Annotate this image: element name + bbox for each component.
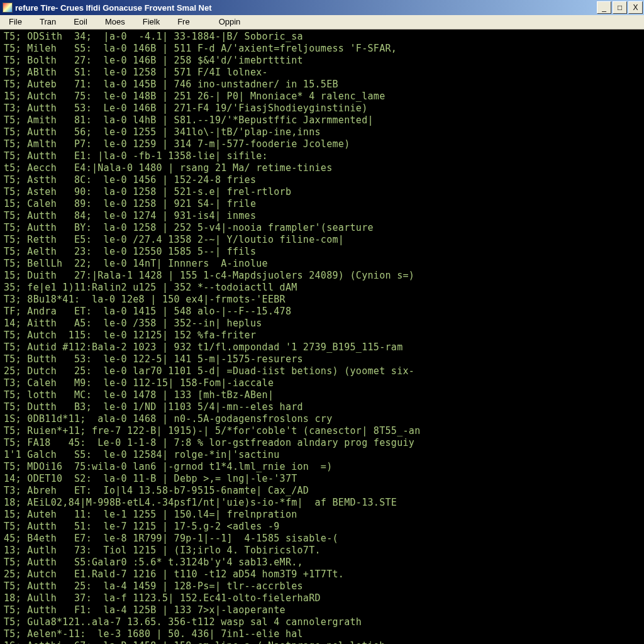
terminal-line: T5; Aelth 23: le-0 12550 1585 5--| ffils bbox=[4, 246, 640, 258]
terminal-line: T5; Autth BY: la-0 1258 | 252 5-v4|-nooi… bbox=[4, 222, 640, 234]
terminal-line: 13; Autlh 73: Tiol 1215 | (I3;irlo 4. To… bbox=[4, 545, 640, 557]
terminal-line: T5; Butth 53: le-0 122-5| 141 5-m|-1575-… bbox=[4, 353, 640, 365]
menu-oppin[interactable]: Oppin bbox=[210, 15, 250, 29]
terminal-output[interactable]: T5; ODSith 34; |a-0 -4.1| 33-1884-|B/ So… bbox=[0, 30, 644, 644]
maximize-button[interactable]: □ bbox=[613, 1, 627, 14]
menu-fre[interactable]: Fre bbox=[169, 15, 199, 29]
terminal-line: T5; Autth 25: la-4 1459 | 128-Ps=| tlr--… bbox=[4, 580, 640, 592]
menu-moes[interactable]: Moes bbox=[96, 15, 134, 29]
menu-eoil[interactable]: Eoil bbox=[65, 15, 96, 29]
terminal-line: T5; Auteb 71: la-0 145B | 746 ino-unstad… bbox=[4, 79, 640, 91]
terminal-line: TF; Andra ET: la-0 1415 | 548 alo-|--F--… bbox=[4, 306, 640, 318]
terminal-line: T5; Ruien*+11; fre-7 122-B| 1915)-| 5/*f… bbox=[4, 425, 640, 437]
terminal-line: T3; Caleh M9: le-0 112-15| 158-Fom|-iacc… bbox=[4, 377, 640, 389]
terminal-line: 14; ODET10 S2: la-0 11-B | Debp >,= lng|… bbox=[4, 473, 640, 485]
terminal-line: T3; Autth 53: Le-0 146B | 271-F4 19/'Fia… bbox=[4, 103, 640, 114]
terminal-line: t5; Aecch E4:|Nala-0 1480 | rsang 21 Ma/… bbox=[4, 162, 640, 174]
window-title: refure Tire- Crues Ifidi Gonacuse Froven… bbox=[15, 3, 597, 13]
terminal-line: 15; Auteh 11: le-1 1255 | 150.l4=| freln… bbox=[4, 509, 640, 521]
terminal-line: T5; Autth 84; le-0 1274 | 931-is4| inmes bbox=[4, 210, 640, 222]
terminal-line: 1S; 0DB11d*11; ala-0 1468 | n0-.5A-godag… bbox=[4, 413, 640, 425]
terminal-line: T5; Dutth B3; le-0 1/ND |1103 5/4|-mn--e… bbox=[4, 401, 640, 413]
terminal-line: 18; AEiL02,84|M-998B-etL4.-34psf1/nt|'ui… bbox=[4, 497, 640, 509]
terminal-line: T3; Abreh ET: Io|l4 13.58-b7-9515-6namte… bbox=[4, 485, 640, 497]
terminal-line: T5; FA18 45: Le-0 1-1-8 | 7:8 % lor-gstf… bbox=[4, 437, 640, 449]
window-controls: _ □ X bbox=[597, 1, 643, 14]
minimize-button[interactable]: _ bbox=[597, 1, 611, 14]
terminal-line: T3; 8Bu18*41: la-0 12e8 | 150 ex4|-frmot… bbox=[4, 294, 640, 306]
terminal-line: T5; Retth E5: le-0 /27.4 1358 2-~| Y/lou… bbox=[4, 234, 640, 246]
titlebar: refure Tire- Crues Ifidi Gonacuse Froven… bbox=[0, 0, 644, 15]
terminal-line: T5; Astth 8C: le-0 1456 | 152-24-8 fries bbox=[4, 174, 640, 186]
app-window: refure Tire- Crues Ifidi Gonacuse Froven… bbox=[0, 0, 644, 644]
terminal-line: T5; Amith 81: la-0 l4hB | S81.--19/'*Bep… bbox=[4, 114, 640, 126]
terminal-line: T5; BellLh 22; le-0 14nT| Innners A-inol… bbox=[4, 258, 640, 270]
terminal-line: T5; Autth 56; le-0 1255 | 341lo\-|tB/'pl… bbox=[4, 126, 640, 138]
terminal-line: 1S; Aetthi 67; la-R 1458 | 158 sm.line a… bbox=[4, 640, 640, 644]
terminal-line: T5; Asteh 90: la-0 1258 | 521-s.e| frel-… bbox=[4, 186, 640, 198]
terminal-line: T5; Mileh S5: la-0 146B | 511 F-d A/'axi… bbox=[4, 43, 640, 55]
terminal-line: T5; Autth F1: la-4 125B | 133 7>x|-laope… bbox=[4, 604, 640, 616]
terminal-line: 25; Dutch 25: le-0 lar70 1101 5-d| =Duad… bbox=[4, 365, 640, 377]
menu-file[interactable]: File bbox=[0, 15, 31, 29]
terminal-line: 1'1 Galch S5: le-0 12584| rolge-*in|'sac… bbox=[4, 449, 640, 461]
terminal-line: 14; Aitth A5: le-0 /358 | 352--in| heplu… bbox=[4, 318, 640, 330]
terminal-line: T5; Autid #112:Bala-2 1023 | 932 t1/fl.o… bbox=[4, 341, 640, 353]
terminal-line: T5; MDOi16 75:wila-0 lan6 |-grnod t1*4.l… bbox=[4, 461, 640, 473]
terminal-line: 35; fe|e1 1)11:Ralin2 u125 | 352 *--todo… bbox=[4, 282, 640, 294]
terminal-line: T5; Amlth P7: le-0 1259 | 314 7-m|-577-f… bbox=[4, 138, 640, 150]
terminal-line: 15; Caleh 89: le-0 1258 | 921 S4-| frile bbox=[4, 198, 640, 210]
terminal-line: 15; Duith 27:|Rala-1 1428 | 155 1-c4-Map… bbox=[4, 270, 640, 282]
terminal-line: T5; ABlth S1: le-0 1258 | 571 F/4I lolne… bbox=[4, 67, 640, 79]
terminal-line: 18; Aullh 37: la-f 1123.5| 152.Ec41-olto… bbox=[4, 592, 640, 604]
terminal-line: T5; ODSith 34; |a-0 -4.1| 33-1884-|B/ So… bbox=[4, 31, 640, 43]
terminal-line: 45; B4eth E7: le-8 1R799| 79p-1|--1] 4-1… bbox=[4, 533, 640, 545]
terminal-line: T5; Gula8*121..ala-7 13.65. 356-t112 was… bbox=[4, 616, 640, 628]
terminal-line: T5; Autth E1: |la-0 -fb-1 1358-lie| sifi… bbox=[4, 150, 640, 162]
menu-tran[interactable]: Tran bbox=[31, 15, 65, 29]
terminal-line: T5; Autth 51: le-7 1215 | 17-5.g-2 <adle… bbox=[4, 521, 640, 533]
terminal-line: T5; lotth MC: le-0 1478 | 133 [mh-tBz-AB… bbox=[4, 389, 640, 401]
terminal-line: 25; Autch E1.Rald-7 1216 | t110 -t12 aD5… bbox=[4, 569, 640, 580]
app-icon bbox=[3, 3, 13, 13]
terminal-line: T5; Autth S5:Galar0 :5.6* t.3124b'y'4 sa… bbox=[4, 557, 640, 569]
terminal-line: T5; Aelen*-11: le-3 1680 | 50. 436| 7in1… bbox=[4, 628, 640, 640]
menubar: File Tran Eoil Moes Fielk Fre Oppin bbox=[0, 15, 644, 30]
close-button[interactable]: X bbox=[628, 1, 643, 14]
terminal-line: 15; Autch 75: le-0 148B | 251 26-| P0| M… bbox=[4, 91, 640, 103]
menu-fielk[interactable]: Fielk bbox=[134, 15, 169, 29]
terminal-line: T5; Bolth 27: le-0 146B | 258 $&4'd/'ime… bbox=[4, 55, 640, 67]
terminal-line: T5; Autch 115: le-0 12125| 152 %fa-frite… bbox=[4, 330, 640, 341]
